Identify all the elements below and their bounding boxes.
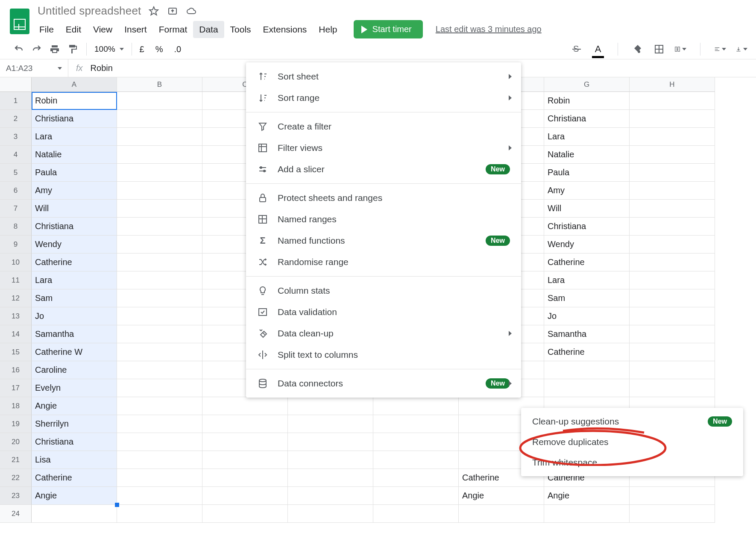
doc-title[interactable]: Untitled spreadsheet: [38, 4, 141, 18]
cell[interactable]: Angie: [32, 487, 117, 505]
cell[interactable]: [630, 92, 715, 110]
row-header[interactable]: 2: [0, 110, 32, 128]
cell[interactable]: [630, 182, 715, 200]
cell[interactable]: Lara: [32, 271, 117, 289]
cell[interactable]: [630, 289, 715, 307]
cell[interactable]: Christiana: [32, 218, 117, 236]
menu-insert[interactable]: Insert: [118, 21, 153, 38]
star-icon[interactable]: [148, 5, 160, 17]
menu-edit[interactable]: Edit: [60, 21, 87, 38]
row-header[interactable]: 11: [0, 271, 32, 289]
cell[interactable]: [630, 146, 715, 164]
col-header-H[interactable]: H: [630, 77, 715, 92]
cell[interactable]: Angie: [32, 397, 117, 415]
cell[interactable]: Jo: [544, 307, 630, 325]
row-header[interactable]: 7: [0, 200, 32, 218]
cell[interactable]: [117, 469, 202, 487]
row-header[interactable]: 1: [0, 92, 32, 110]
cell[interactable]: [373, 433, 459, 451]
menu-data-cleanup[interactable]: Data clean-up: [246, 323, 521, 344]
cell[interactable]: [630, 307, 715, 325]
cell[interactable]: [117, 289, 202, 307]
cell[interactable]: [117, 146, 202, 164]
cell[interactable]: [202, 487, 288, 505]
cell[interactable]: [117, 200, 202, 218]
row-header[interactable]: 17: [0, 379, 32, 397]
cell[interactable]: Catherine: [32, 469, 117, 487]
menu-format[interactable]: Format: [153, 21, 193, 38]
percent-button[interactable]: %: [155, 44, 163, 54]
cell[interactable]: [544, 379, 630, 397]
submenu-cleanup-suggestions[interactable]: Clean-up suggestions New: [521, 411, 743, 432]
cell[interactable]: [630, 325, 715, 343]
menu-data-validation[interactable]: Data validation: [246, 301, 521, 323]
cell[interactable]: [373, 415, 459, 433]
cell[interactable]: [117, 128, 202, 146]
menu-protect[interactable]: Protect sheets and ranges: [246, 187, 521, 209]
cell[interactable]: [32, 505, 117, 523]
cell[interactable]: Samantha: [544, 325, 630, 343]
cell[interactable]: [117, 505, 202, 523]
row-header[interactable]: 15: [0, 343, 32, 361]
cell[interactable]: [288, 433, 373, 451]
cell[interactable]: [117, 325, 202, 343]
decimal-button[interactable]: .0: [174, 44, 182, 54]
cell[interactable]: Paula: [544, 164, 630, 182]
cell[interactable]: [288, 397, 373, 415]
zoom-select[interactable]: 100%: [94, 44, 124, 54]
cell[interactable]: [630, 253, 715, 271]
submenu-trim-whitespace[interactable]: Trim whitespace: [521, 452, 743, 473]
cell[interactable]: Sam: [32, 289, 117, 307]
cell[interactable]: [459, 505, 544, 523]
cell[interactable]: [630, 110, 715, 128]
selection-handle[interactable]: [115, 503, 119, 507]
row-header[interactable]: 9: [0, 236, 32, 253]
cell[interactable]: [373, 505, 459, 523]
name-box[interactable]: A1:A23: [0, 59, 68, 77]
cell[interactable]: [544, 361, 630, 379]
cell[interactable]: [117, 271, 202, 289]
cell[interactable]: [117, 379, 202, 397]
cell[interactable]: [373, 397, 459, 415]
menu-sort-sheet[interactable]: Sort sheet: [246, 66, 521, 87]
cell[interactable]: Lara: [544, 271, 630, 289]
cell[interactable]: Amy: [32, 182, 117, 200]
row-header[interactable]: 16: [0, 361, 32, 379]
cell[interactable]: [630, 487, 715, 505]
menu-view[interactable]: View: [87, 21, 118, 38]
borders-icon[interactable]: [653, 43, 665, 55]
row-header[interactable]: 18: [0, 397, 32, 415]
menu-extensions[interactable]: Extensions: [257, 21, 313, 38]
text-color-icon[interactable]: A: [592, 43, 604, 55]
row-header[interactable]: 4: [0, 146, 32, 164]
cell[interactable]: [202, 451, 288, 469]
cell[interactable]: [117, 182, 202, 200]
cell[interactable]: [288, 505, 373, 523]
cell[interactable]: Lara: [544, 128, 630, 146]
cell[interactable]: [117, 433, 202, 451]
cell[interactable]: Christiana: [544, 110, 630, 128]
cell[interactable]: [117, 361, 202, 379]
cell[interactable]: Wendy: [544, 236, 630, 253]
cell[interactable]: Will: [32, 200, 117, 218]
cell[interactable]: [202, 469, 288, 487]
cell[interactable]: [117, 218, 202, 236]
row-header[interactable]: 10: [0, 253, 32, 271]
row-header[interactable]: 24: [0, 505, 32, 523]
cell[interactable]: [544, 505, 630, 523]
cell[interactable]: Amy: [544, 182, 630, 200]
cell[interactable]: Natalie: [32, 146, 117, 164]
row-header[interactable]: 19: [0, 415, 32, 433]
col-header-B[interactable]: B: [117, 77, 202, 92]
menu-named-functions[interactable]: Σ Named functions New: [246, 230, 521, 251]
cell[interactable]: [117, 164, 202, 182]
menu-data-connectors[interactable]: Data connectors New: [246, 373, 521, 394]
cell[interactable]: [117, 236, 202, 253]
menu-file[interactable]: File: [33, 21, 60, 38]
cell[interactable]: Will: [544, 200, 630, 218]
cell[interactable]: [288, 487, 373, 505]
cell[interactable]: [117, 451, 202, 469]
cell[interactable]: [630, 164, 715, 182]
row-header[interactable]: 8: [0, 218, 32, 236]
cell[interactable]: [202, 397, 288, 415]
